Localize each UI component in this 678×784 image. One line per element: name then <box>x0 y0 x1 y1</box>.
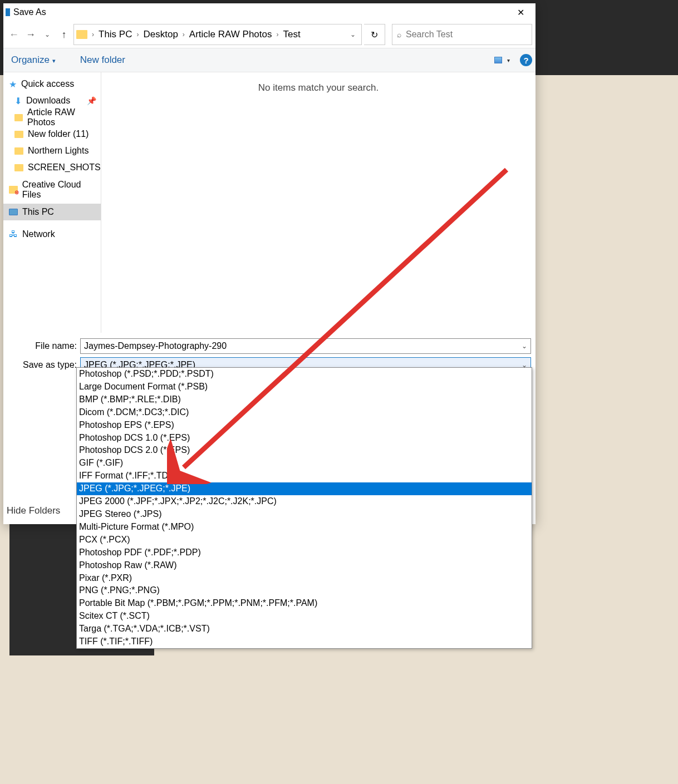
chevron-right-icon: › <box>181 31 186 38</box>
type-option[interactable]: Photoshop PDF (*.PDF;*.PDP) <box>77 546 532 559</box>
chevron-down-icon[interactable]: ⌄ <box>522 342 527 350</box>
chevron-right-icon: › <box>135 31 140 38</box>
type-option[interactable]: Portable Bit Map (*.PBM;*.PGM;*.PPM;*.PN… <box>77 597 532 610</box>
file-list-pane: No items match your search. <box>101 72 535 333</box>
pin-icon: 📌 <box>87 96 96 105</box>
back-button[interactable]: ← <box>7 26 21 43</box>
refresh-button[interactable]: ↻ <box>364 24 385 45</box>
creative-cloud-icon <box>9 186 18 194</box>
folder-icon <box>14 147 23 155</box>
search-input[interactable] <box>406 29 527 40</box>
folder-icon <box>14 164 23 171</box>
app-icon <box>6 8 10 16</box>
folder-icon <box>14 131 23 138</box>
toolbar: Organize ▾ New folder ▾ ? <box>3 48 535 72</box>
type-option[interactable]: JPEG 2000 (*.JPF;*.JPX;*.JP2;*.J2C;*.J2K… <box>77 495 532 508</box>
type-option[interactable]: GIF (*.GIF) <box>77 457 532 470</box>
help-button[interactable]: ? <box>520 54 532 66</box>
folder-icon <box>14 114 23 121</box>
breadcrumb-segment[interactable]: This PC <box>96 28 134 41</box>
body-area: ★ Quick access ⬇ Downloads 📌 Article RAW… <box>3 72 535 333</box>
type-option[interactable]: JPEG Stereo (*.JPS) <box>77 508 532 521</box>
view-button[interactable] <box>490 53 506 67</box>
breadcrumb-segment[interactable]: Test <box>281 28 302 41</box>
folder-icon <box>76 30 87 39</box>
sidebar-quick-access[interactable]: ★ Quick access <box>3 76 101 92</box>
star-icon: ★ <box>9 79 17 90</box>
sidebar-new-folder-11[interactable]: New folder (11) <box>3 126 101 142</box>
breadcrumb-segment[interactable]: Desktop <box>141 28 180 41</box>
address-bar[interactable]: › This PC › Desktop › Article RAW Photos… <box>73 24 362 45</box>
type-option[interactable]: IFF Format (*.IFF;*.TDI) <box>77 470 532 482</box>
type-option[interactable]: Dicom (*.DCM;*.DC3;*.DIC) <box>77 406 532 419</box>
empty-message: No items match your search. <box>258 82 379 93</box>
type-option[interactable]: PNG (*.PNG;*.PNG) <box>77 584 532 597</box>
view-icon <box>494 57 502 63</box>
sidebar: ★ Quick access ⬇ Downloads 📌 Article RAW… <box>3 72 101 333</box>
organize-label: Organize <box>11 55 50 65</box>
sidebar-item-label: Northern Lights <box>28 146 89 156</box>
type-option[interactable]: PCX (*.PCX) <box>77 534 532 546</box>
type-option[interactable]: Pixar (*.PXR) <box>77 572 532 585</box>
file-name-label: File name: <box>8 341 80 351</box>
chevron-right-icon: › <box>91 31 95 38</box>
download-icon: ⬇ <box>14 96 22 106</box>
type-option[interactable]: Photoshop (*.PSD;*.PDD;*.PSDT) <box>77 368 532 381</box>
recent-dropdown[interactable]: ⌄ <box>40 26 55 43</box>
type-option[interactable]: Photoshop Raw (*.RAW) <box>77 559 532 572</box>
sidebar-item-label: Article RAW Photos <box>27 107 101 127</box>
close-button[interactable]: ✕ <box>508 3 533 21</box>
type-option[interactable]: BMP (*.BMP;*.RLE;*.DIB) <box>77 393 532 406</box>
window-title: Save As <box>13 7 46 17</box>
nav-bar: ← → ⌄ ↑ › This PC › Desktop › Article RA… <box>3 21 535 48</box>
sidebar-item-label: SCREEN_SHOTS <box>28 162 101 172</box>
title-bar: Save As ✕ <box>3 3 535 21</box>
save-type-dropdown[interactable]: Photoshop (*.PSD;*.PDD;*.PSDT)Large Docu… <box>76 367 532 649</box>
sidebar-network[interactable]: 🖧 Network <box>3 226 101 243</box>
sidebar-downloads[interactable]: ⬇ Downloads 📌 <box>3 92 101 109</box>
file-name-value: Jaymes-Dempsey-Photography-290 <box>84 341 227 351</box>
new-folder-button[interactable]: New folder <box>76 52 130 68</box>
sidebar-northern-lights[interactable]: Northern Lights <box>3 142 101 159</box>
type-option[interactable]: Targa (*.TGA;*.VDA;*.ICB;*.VST) <box>77 623 532 635</box>
type-option[interactable]: Multi-Picture Format (*.MPO) <box>77 521 532 534</box>
hide-folders-button[interactable]: Hide Folders <box>7 505 60 516</box>
pc-icon <box>9 209 18 215</box>
forward-button[interactable]: → <box>23 26 38 43</box>
search-box[interactable]: ⌕ <box>392 24 532 45</box>
save-type-label: Save as type: <box>8 360 80 370</box>
address-dropdown[interactable]: ⌄ <box>347 31 359 38</box>
search-icon: ⌕ <box>397 30 401 39</box>
type-option[interactable]: Photoshop DCS 1.0 (*.EPS) <box>77 432 532 445</box>
sidebar-item-label: This PC <box>22 207 54 217</box>
network-icon: 🖧 <box>9 229 18 239</box>
view-dropdown[interactable]: ▾ <box>507 57 510 63</box>
chevron-right-icon: › <box>275 31 279 38</box>
sidebar-item-label: Network <box>22 229 55 239</box>
sidebar-item-label: Creative Cloud Files <box>22 180 101 200</box>
sidebar-item-label: Quick access <box>21 79 74 89</box>
type-option[interactable]: TIFF (*.TIF;*.TIFF) <box>77 635 532 648</box>
file-name-field[interactable]: Jaymes-Dempsey-Photography-290 ⌄ <box>80 338 531 354</box>
sidebar-screen-shots[interactable]: SCREEN_SHOTS <box>3 159 101 176</box>
type-option[interactable]: Scitex CT (*.SCT) <box>77 610 532 623</box>
type-option[interactable]: JPEG (*.JPG;*.JPEG;*.JPE) <box>77 482 532 495</box>
up-button[interactable]: ↑ <box>57 26 71 43</box>
sidebar-item-label: New folder (11) <box>28 129 89 139</box>
organize-menu[interactable]: Organize ▾ <box>7 52 60 68</box>
breadcrumb-segment[interactable]: Article RAW Photos <box>187 28 274 41</box>
sidebar-creative-cloud[interactable]: Creative Cloud Files <box>3 181 101 198</box>
type-option[interactable]: Photoshop EPS (*.EPS) <box>77 419 532 432</box>
sidebar-this-pc[interactable]: This PC <box>3 204 101 220</box>
type-option[interactable]: Photoshop DCS 2.0 (*.EPS) <box>77 444 532 457</box>
type-option[interactable]: Large Document Format (*.PSB) <box>77 381 532 393</box>
sidebar-article-raw[interactable]: Article RAW Photos <box>3 109 101 126</box>
sidebar-item-label: Downloads <box>26 96 70 106</box>
